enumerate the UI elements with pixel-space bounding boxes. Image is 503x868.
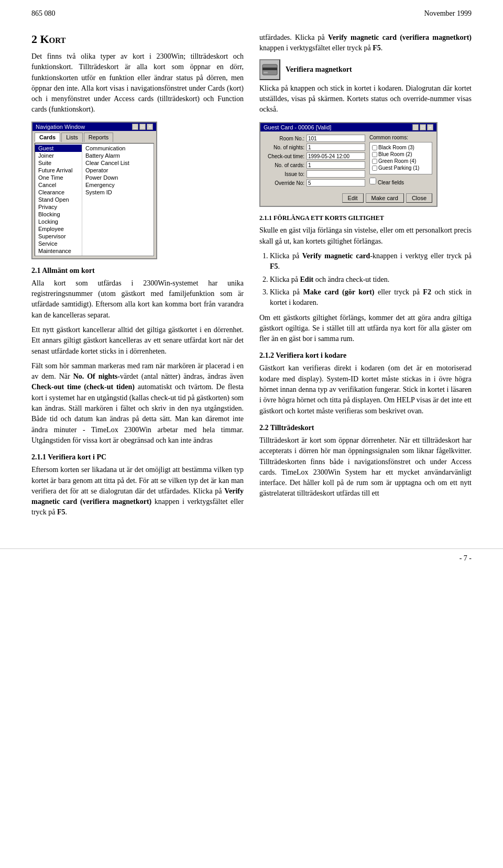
- section-2-1-para-2: Ett nytt gästkort kancellerar alltid det…: [31, 325, 244, 357]
- nav-item-system-id[interactable]: System ID: [82, 189, 150, 196]
- gc-close-btn[interactable]: ×: [427, 124, 433, 130]
- gc-make-card-button[interactable]: Make card: [366, 193, 404, 203]
- gc-room-black-checkbox[interactable]: [372, 145, 377, 150]
- gc-room-no-input[interactable]: [307, 135, 365, 142]
- page-number: - 7 -: [460, 554, 472, 563]
- guest-card-titlebar: Guest Card - 00006 [Valid] _ □ ×: [260, 123, 436, 131]
- nav-item-clearance[interactable]: Clearance: [35, 189, 82, 196]
- gc-no-cards-input[interactable]: [307, 161, 365, 169]
- nav-item-suite[interactable]: Suite: [35, 159, 82, 167]
- nav-item-cancel[interactable]: Cancel: [35, 181, 82, 189]
- svg-rect-1: [263, 68, 277, 70]
- gc-override-label: Override No:: [265, 180, 307, 186]
- nav-tab-reports[interactable]: Reports: [84, 133, 114, 142]
- gc-clear-fields-checkbox[interactable]: [369, 178, 376, 184]
- gc-room-parking-checkbox[interactable]: [372, 166, 377, 171]
- section-2-1-title: 2.1 Allmänt om kort: [31, 267, 244, 275]
- section-2-1-para-1: Alla kort som utfärdas i 2300Win-systeme…: [31, 278, 244, 321]
- verify-icon-row: Verifiera magnetkort: [259, 59, 472, 80]
- gc-maximize-btn[interactable]: □: [420, 124, 426, 130]
- gc-no-nights-field: No. of nights:: [265, 144, 365, 151]
- nav-item-maintenance[interactable]: Maintenance: [35, 247, 82, 255]
- gc-no-nights-input[interactable]: [307, 144, 365, 151]
- gc-room-parking: Guest Parking (1): [372, 165, 430, 171]
- nav-item-clear-cancel[interactable]: Clear Cancel List: [82, 159, 150, 167]
- nav-item-supervisor[interactable]: Supervisor: [35, 233, 82, 240]
- extend-steps-list: Klicka på Verify magnetic card-knappen i…: [270, 251, 472, 308]
- verify-magnetkort-icon: [259, 59, 280, 80]
- gc-checkout-input[interactable]: [307, 152, 365, 160]
- nav-minimize-btn[interactable]: _: [132, 124, 138, 130]
- nav-item-battery-alarm[interactable]: Battery Alarm: [82, 152, 150, 159]
- section-2-1-1-title: 2.1.1 Verifiera kort i PC: [31, 453, 244, 462]
- nav-item-guest[interactable]: Guest: [35, 145, 82, 152]
- nav-close-btn[interactable]: ×: [147, 124, 153, 130]
- gc-no-nights-label: No. of nights:: [265, 145, 307, 150]
- gc-room-green: Green Room (4): [372, 158, 430, 164]
- extend-step-1: Klicka på Verify magnetic card-knappen i…: [270, 251, 472, 272]
- gc-clear-fields-row: Clear fields: [369, 178, 432, 185]
- gc-buttons-row: Edit Make card Close: [260, 191, 436, 206]
- extend-step-3: Klicka på Make card (gör kort) eller try…: [270, 287, 472, 309]
- gc-room-blue: Blue Room (2): [372, 151, 430, 157]
- gc-room-black: Black Room (3): [372, 145, 430, 150]
- left-column: 2 Kort Det finns två olika typer av kort…: [31, 27, 244, 522]
- nav-item-power-down[interactable]: Power Down: [82, 174, 150, 181]
- nav-list-right: Communication Battery Alarm Clear Cancel…: [82, 144, 150, 256]
- gc-edit-button[interactable]: Edit: [342, 193, 364, 203]
- nav-tab-cards[interactable]: Cards: [35, 133, 60, 142]
- gc-override-input[interactable]: [307, 179, 365, 186]
- nav-window-titlebar: Navigation Window _ □ ×: [32, 123, 156, 131]
- guest-card-title: Guest Card - 00006 [Valid]: [264, 124, 331, 130]
- gc-checkout-label: Check-out time:: [265, 153, 307, 159]
- chapter-title: 2 Kort: [31, 32, 244, 46]
- svg-rect-2: [264, 72, 268, 73]
- nav-item-employee[interactable]: Employee: [35, 225, 82, 233]
- gc-common-rooms-label: Common rooms:: [369, 135, 432, 140]
- verify-body: Klicka på knappen och stick in kortet i …: [259, 83, 472, 115]
- gc-room-green-checkbox[interactable]: [372, 159, 377, 164]
- nav-item-operator[interactable]: Operator: [82, 167, 150, 174]
- gc-issue-to-input[interactable]: [307, 170, 365, 178]
- nav-maximize-btn[interactable]: □: [139, 124, 146, 130]
- nav-item-stand-open[interactable]: Stand Open: [35, 196, 82, 203]
- gc-left-fields: Room No.: No. of nights: Check-out time:…: [265, 135, 365, 188]
- section-2-2-body: Tillträdeskort är kort som öppnar dörren…: [259, 435, 472, 499]
- gc-issue-to-label: Issue to:: [265, 171, 307, 177]
- gc-no-cards-field: No. of cards:: [265, 161, 365, 169]
- section-2-1-1-body: Eftersom korten ser likadana ut är det o…: [31, 465, 244, 518]
- page-footer: - 7 -: [0, 548, 503, 568]
- gc-room-no-label: Room No.:: [265, 136, 307, 141]
- nav-list-left: Guest Joiner Suite Future Arrival One Ti…: [35, 144, 82, 256]
- gc-minimize-btn[interactable]: _: [412, 124, 419, 130]
- nav-item-privacy[interactable]: Privacy: [35, 203, 82, 211]
- nav-item-joiner[interactable]: Joiner: [35, 152, 82, 159]
- gc-override-field: Override No:: [265, 179, 365, 186]
- gc-common-rooms-group: Black Room (3) Blue Room (2) Green Room …: [369, 142, 432, 174]
- nav-tabs: Cards Lists Reports: [32, 131, 156, 142]
- nav-item-service[interactable]: Service: [35, 240, 82, 247]
- verify-magnetkort-title: Verifiera magnetkort: [286, 65, 352, 74]
- header-left: 865 080: [31, 9, 56, 18]
- gc-right-fields: Common rooms: Black Room (3) Blue Room (…: [369, 135, 432, 188]
- nav-item-one-time[interactable]: One Time: [35, 174, 82, 181]
- nav-item-future-arrival[interactable]: Future Arrival: [35, 167, 82, 174]
- guest-card-body: Room No.: No. of nights: Check-out time:…: [260, 131, 436, 191]
- gc-room-no-field: Room No.:: [265, 135, 365, 142]
- section-2-1-1-extend-body: Skulle en gäst vilja förlänga sin vistel…: [259, 225, 472, 247]
- nav-item-blocking[interactable]: Blocking: [35, 211, 82, 218]
- gc-close-button[interactable]: Close: [406, 193, 432, 203]
- gc-clear-fields-label: Clear fields: [378, 180, 404, 185]
- nav-tab-lists[interactable]: Lists: [61, 133, 83, 142]
- guest-card-window: Guest Card - 00006 [Valid] _ □ × Room No…: [259, 122, 438, 207]
- nav-item-communication[interactable]: Communication: [82, 145, 150, 152]
- page-header: 865 080 November 1999: [0, 0, 503, 22]
- gc-room-blue-checkbox[interactable]: [372, 152, 377, 157]
- nav-window-title: Navigation Window: [36, 124, 85, 130]
- nav-item-emergency[interactable]: Emergency: [82, 181, 150, 189]
- section-2-1-2-body: Gästkort kan verifieras direkt i kodaren…: [259, 363, 472, 416]
- nav-item-locking[interactable]: Locking: [35, 218, 82, 225]
- header-right: November 1999: [424, 9, 472, 18]
- intro-paragraph: Det finns två olika typer av kort i 2300…: [31, 51, 244, 115]
- right-column: utfärdades. Klicka på Verify magnetic ca…: [259, 27, 472, 522]
